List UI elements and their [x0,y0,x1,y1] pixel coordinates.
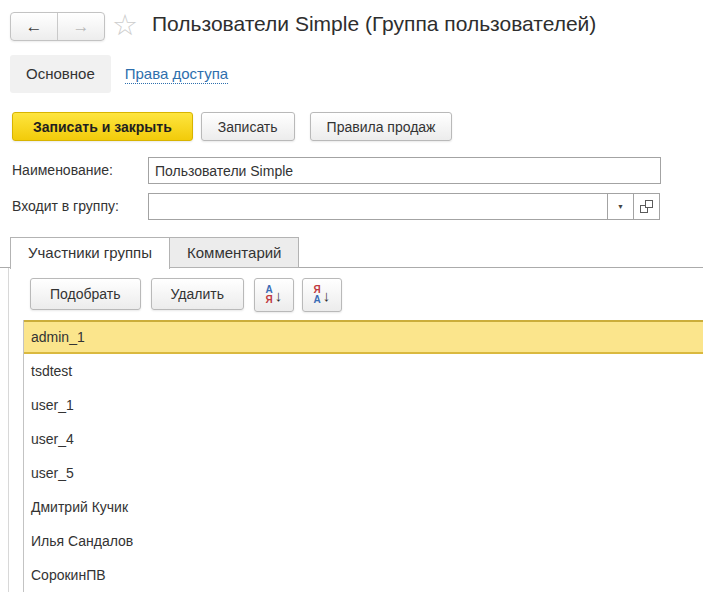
list-item[interactable]: Дмитрий Кучик [24,490,703,524]
nav-item-access-rights[interactable]: Права доступа [125,64,228,84]
chevron-down-icon[interactable]: ▼ [607,194,633,219]
save-button[interactable]: Записать [201,112,295,141]
history-nav-group: ← → [10,12,105,41]
sort-ascending-button[interactable]: А Я ↓ [254,278,294,312]
sort-descending-button[interactable]: Я А ↓ [302,278,342,312]
command-bar: Записать и закрыть Записать Правила прод… [12,112,452,141]
open-in-list-icon [640,200,653,213]
tab-bar: Участники группы Комментарий [10,237,299,269]
back-button[interactable]: ← [11,13,58,40]
list-item[interactable]: user_4 [24,422,703,456]
members-toolbar: Подобрать Удалить А Я ↓ Я А ↓ [30,278,350,312]
back-arrow-icon: ← [26,17,43,36]
sort-ascending-icon: А Я [266,285,273,305]
delete-button[interactable]: Удалить [151,278,244,310]
name-field-label: Наименование: [12,157,113,184]
members-list: admin_1tsdtestuser_1user_4user_5Дмитрий … [23,320,703,592]
list-item[interactable]: user_1 [24,388,703,422]
sort-descending-icon: Я А [314,285,321,305]
list-item[interactable]: admin_1 [24,320,703,354]
arrow-down-icon: ↓ [275,287,283,304]
page-title: Пользователи Simple (Группа пользователе… [152,12,596,36]
favorite-star-icon[interactable]: ☆ [112,9,138,41]
list-item[interactable]: tsdtest [24,354,703,388]
list-item[interactable]: Илья Сандалов [24,524,703,558]
arrow-down-icon: ↓ [323,287,331,304]
pick-button[interactable]: Подобрать [30,278,141,310]
window: ← → ☆ Пользователи Simple (Группа пользо… [0,0,703,592]
nav-item-main[interactable]: Основное [10,55,111,93]
group-input[interactable] [149,194,607,219]
list-item[interactable]: user_5 [24,456,703,490]
tab-comment[interactable]: Комментарий [170,237,299,268]
forward-arrow-icon: → [73,17,90,36]
group-combo: ▼ [148,193,634,220]
group-open-button[interactable] [633,193,660,220]
name-input[interactable] [148,157,661,184]
sales-rules-button[interactable]: Правила продаж [310,112,453,141]
group-field-label: Входит в группу: [12,193,119,220]
group-field: ▼ [148,193,660,220]
section-nav: Основное Права доступа [10,55,228,93]
save-and-close-button[interactable]: Записать и закрыть [12,112,193,141]
forward-button[interactable]: → [58,13,104,40]
tab-group-members[interactable]: Участники группы [10,237,170,269]
pane-left-border [8,268,9,592]
list-item[interactable]: СорокинПВ [24,558,703,592]
